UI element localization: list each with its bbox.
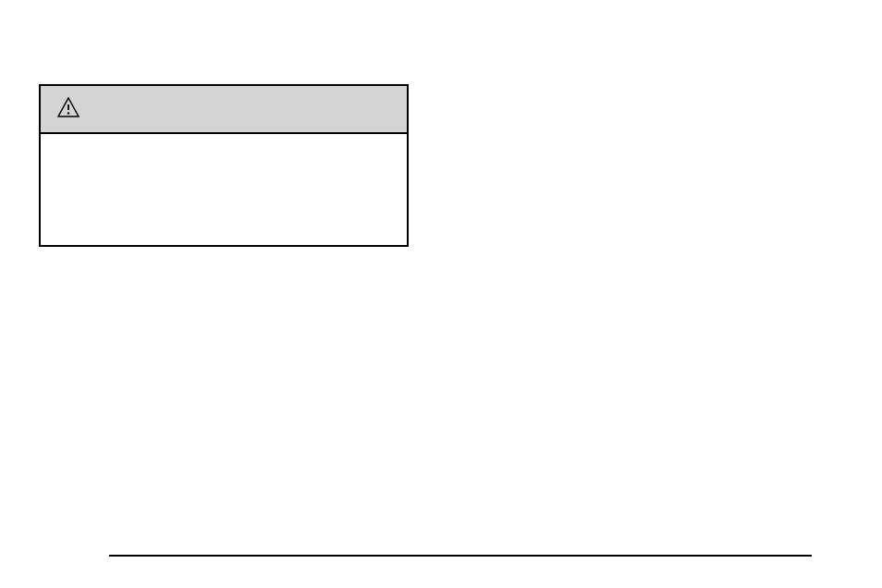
warning-triangle-icon — [57, 97, 80, 121]
warning-body — [41, 134, 407, 245]
warning-header — [41, 86, 407, 134]
footer-divider — [109, 555, 812, 557]
warning-box — [39, 84, 409, 247]
svg-point-1 — [67, 112, 69, 114]
